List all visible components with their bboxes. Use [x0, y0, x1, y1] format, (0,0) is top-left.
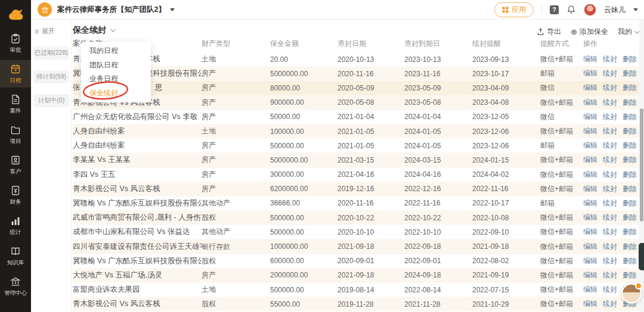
table-row[interactable]: 成都市中山家私有限公司 Vs 张益达其他动产500000.002020-10-1…: [73, 225, 644, 239]
sidebar-item-knowledge[interactable]: 知识库: [0, 242, 31, 270]
reseal-link[interactable]: 续封: [603, 112, 617, 122]
table-row[interactable]: 李某某 Vs 王某某房产5000000.002021-03-152024-03-…: [73, 153, 644, 167]
edit-link[interactable]: 编辑: [583, 54, 597, 64]
reseal-link[interactable]: 续封: [603, 227, 617, 237]
table-row[interactable]: 四川省安泰建设有限责任公司诉王天雄等损害公司利益责任...银行存款1000000…: [73, 239, 644, 254]
delete-link[interactable]: 删除: [623, 213, 637, 223]
filter-pill-0[interactable]: 已过期(228): [33, 46, 69, 60]
bell-icon[interactable]: [566, 5, 576, 14]
sidebar-item-client[interactable]: 客户: [0, 151, 31, 179]
delete-link[interactable]: 删除: [623, 54, 637, 64]
edit-link[interactable]: 编辑: [583, 98, 597, 108]
delete-link[interactable]: 删除: [623, 170, 637, 180]
org-switcher[interactable]: 案件云律师事务所【知产团队2】: [38, 2, 175, 17]
reseal-link[interactable]: 续封: [603, 198, 617, 208]
delete-link[interactable]: 删除: [623, 68, 637, 79]
reseal-link[interactable]: 续封: [603, 141, 617, 151]
filter-pill-2[interactable]: 计划中(0): [33, 94, 69, 107]
edit-link[interactable]: 编辑: [583, 126, 597, 136]
edit-link[interactable]: 编辑: [583, 83, 597, 93]
reseal-link[interactable]: 续封: [603, 256, 617, 266]
reseal-link[interactable]: 续封: [603, 54, 617, 64]
delete-link[interactable]: 删除: [623, 242, 637, 252]
delete-link[interactable]: 删除: [623, 198, 637, 208]
table-row[interactable]: 青木影视公司 Vs 风云客栈股权55000.002019-11-282021-1…: [73, 297, 644, 311]
filter-pill-1[interactable]: 待计划(59): [33, 70, 69, 83]
assistant-avatar[interactable]: [621, 283, 642, 304]
sidebar-item-approval[interactable]: 审批: [0, 30, 31, 57]
edit-link[interactable]: 编辑: [583, 270, 597, 280]
edit-link[interactable]: 编辑: [583, 213, 597, 223]
table-row[interactable]: 张 思房产80000.002020-05-092023-05-092023-04…: [73, 81, 644, 95]
edit-link[interactable]: 编辑: [583, 242, 597, 252]
add-preservation-button[interactable]: ⊕ 添加保全: [571, 27, 608, 37]
table-row[interactable]: 冀赣榆 Vs 广东酷乐互娱科技股份有限公司股权600000.002020-09-…: [73, 254, 644, 269]
page-title[interactable]: 保全续封: [73, 25, 114, 36]
delete-link[interactable]: 删除: [623, 83, 637, 93]
edit-link[interactable]: 编辑: [583, 227, 597, 237]
table-row[interactable]: 富盟商业诉农夫果园土地500000.002019-08-142022-08-14…: [73, 283, 644, 297]
sidebar-item-schedule[interactable]: 日程: [0, 60, 31, 88]
delete-link[interactable]: 删除: [623, 270, 637, 280]
reseal-link[interactable]: 续封: [603, 98, 617, 108]
edit-link[interactable]: 编辑: [583, 112, 597, 122]
reseal-link[interactable]: 续封: [603, 299, 617, 309]
export-button[interactable]: 导出: [537, 27, 561, 37]
dropdown-item-3[interactable]: 保全续封: [81, 86, 151, 101]
table-row[interactable]: 青木影视公司 Vs 风云客栈房产6200000.002019-12-162022…: [73, 182, 644, 196]
table-row[interactable]: 大悦地产 Vs 五福广场,汤灵房产2000000.002021-09-18202…: [73, 269, 644, 283]
reseal-link[interactable]: 续封: [603, 213, 617, 223]
table-row[interactable]: 冀赣榆 Vs 广东酷乐互娱科技股份有限公司其他动产36666.002020-11…: [73, 196, 644, 211]
edit-link[interactable]: 编辑: [583, 285, 597, 295]
collapsed-side-widget[interactable]: [639, 243, 644, 270]
reseal-link[interactable]: 续封: [603, 83, 617, 93]
delete-link[interactable]: 删除: [623, 227, 637, 237]
delete-link[interactable]: 删除: [623, 126, 637, 136]
delete-link[interactable]: 删除: [623, 155, 637, 165]
table-row[interactable]: 广州合众无纺化妆品有限公司 Vs 李敬房产50000.002021-01-042…: [73, 110, 644, 124]
sidebar-item-stats[interactable]: 统计: [0, 212, 31, 239]
edit-link[interactable]: 编辑: [583, 256, 597, 266]
help-icon[interactable]: ?: [550, 5, 559, 14]
username[interactable]: 云妹儿: [604, 5, 626, 15]
expand-toggle[interactable]: ≡ 展开: [35, 27, 71, 36]
dropdown-item-2[interactable]: 业务日程: [81, 72, 151, 86]
table-row[interactable]: 人身自由纠纷案房产500000.002021-01-052024-01-0520…: [73, 139, 644, 153]
table-row[interactable]: 青木影视公司 Vs 风云客栈房产900000.002020-05-082023-…: [73, 96, 644, 110]
scrollbar-thumb[interactable]: [640, 108, 643, 221]
reseal-link[interactable]: 续封: [603, 126, 617, 136]
scope-select[interactable]: 我的: [618, 27, 638, 37]
dropdown-item-0[interactable]: 我的日程: [81, 44, 151, 58]
reseal-link[interactable]: 续封: [603, 184, 617, 194]
reseal-link[interactable]: 续封: [603, 242, 617, 252]
dropdown-item-1[interactable]: 团队日程: [81, 58, 151, 73]
cloud-logo-icon[interactable]: [0, 0, 31, 26]
delete-link[interactable]: 删除: [623, 112, 637, 122]
edit-link[interactable]: 编辑: [583, 299, 597, 309]
sidebar-item-project[interactable]: 项目: [0, 121, 31, 148]
sidebar-item-finance[interactable]: 财务: [0, 182, 31, 209]
edit-link[interactable]: 编辑: [583, 68, 597, 79]
edit-link[interactable]: 编辑: [583, 155, 597, 165]
sidebar-item-admin[interactable]: 管理中心: [0, 273, 31, 300]
reseal-link[interactable]: 续封: [603, 170, 617, 180]
edit-link[interactable]: 编辑: [583, 170, 597, 180]
delete-link[interactable]: 删除: [623, 98, 637, 108]
delete-link[interactable]: 删除: [623, 256, 637, 266]
table-row[interactable]: 人身自由纠纷案土地100000.002021-01-052024-01-0520…: [73, 124, 644, 139]
apps-button[interactable]: 应用: [494, 2, 534, 17]
edit-link[interactable]: 编辑: [583, 198, 597, 208]
table-row[interactable]: 冀赣榆 Vs 广东酷乐互娱科技股份有限公司房产5000000.002020-11…: [73, 67, 644, 81]
reseal-link[interactable]: 续封: [603, 155, 617, 165]
sidebar-item-case[interactable]: 案件: [0, 91, 31, 118]
reseal-link[interactable]: 续封: [603, 270, 617, 280]
table-row[interactable]: 武威市雷鸣商贸有限公司,晟利 - 人身伤害股权500000.002020-10-…: [73, 211, 644, 225]
reseal-link[interactable]: 续封: [603, 68, 617, 79]
delete-link[interactable]: 删除: [623, 184, 637, 194]
table-row[interactable]: 青木影视公司 Vs 风云客栈土地20.002020-10-132023-10-1…: [73, 52, 644, 67]
user-avatar[interactable]: [584, 4, 596, 16]
delete-link[interactable]: 删除: [623, 141, 637, 151]
reseal-link[interactable]: 续封: [603, 285, 617, 295]
table-row[interactable]: 李四 Vs 王五房产300000.002021-04-162024-04-162…: [73, 168, 644, 182]
edit-link[interactable]: 编辑: [583, 141, 597, 151]
